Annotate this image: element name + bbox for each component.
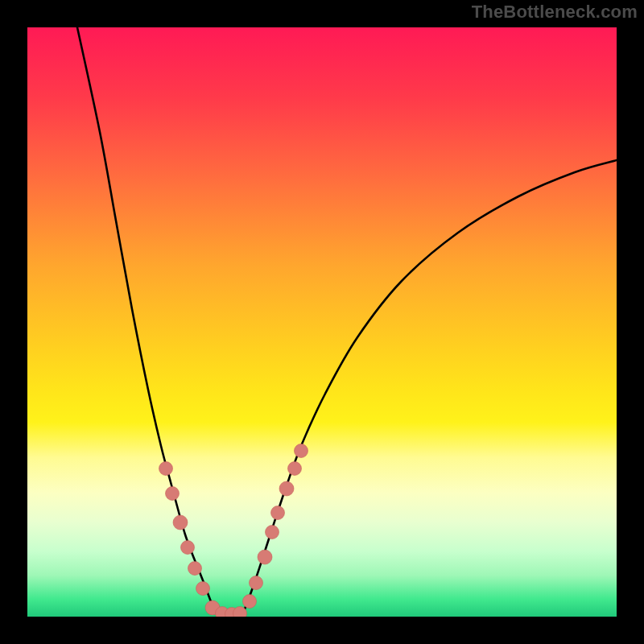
chart-container: TheBottleneck.com [0,0,644,644]
plot-area [27,27,617,617]
marker-3 [181,541,195,555]
data-markers [159,444,308,617]
marker-13 [266,526,279,539]
marker-15 [279,481,294,496]
marker-16 [288,462,302,476]
watermark-text: TheBottleneck.com [472,2,638,23]
marker-11 [250,576,263,590]
marker-17 [295,444,308,458]
marker-10 [243,595,257,609]
curve-left-curve [77,27,222,617]
marker-2 [173,515,188,530]
curve-right-curve [242,160,617,617]
chart-svg [27,27,617,617]
marker-12 [258,550,272,564]
marker-0 [159,462,173,476]
marker-5 [196,582,210,596]
curve-lines [77,27,617,617]
marker-1 [166,487,180,501]
marker-14 [271,506,285,520]
marker-4 [188,562,202,576]
